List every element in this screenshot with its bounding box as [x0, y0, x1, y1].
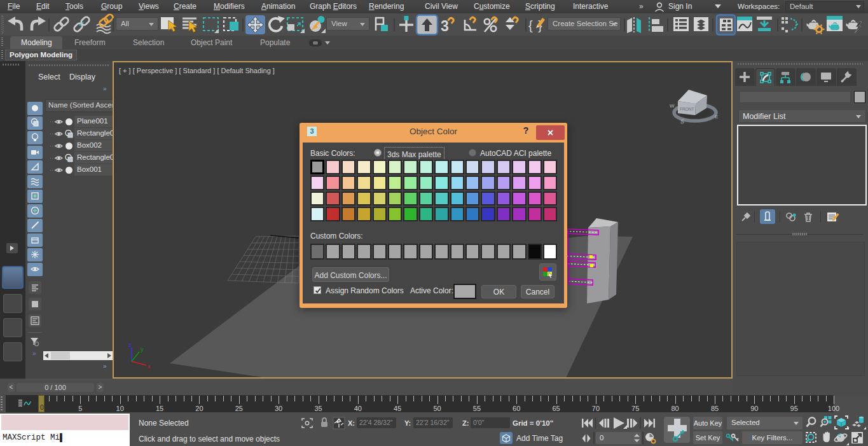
svg-text:{: {	[528, 18, 533, 32]
svg-text:E: E	[715, 114, 718, 120]
svg-text:z: z	[128, 342, 132, 348]
svg-text:S: S	[680, 118, 684, 125]
svg-text:3: 3	[441, 18, 449, 34]
svg-text:y: y	[141, 346, 144, 352]
svg-text:W: W	[670, 103, 675, 109]
svg-text:FRONT: FRONT	[680, 107, 694, 111]
svg-text:x: x	[148, 363, 151, 370]
